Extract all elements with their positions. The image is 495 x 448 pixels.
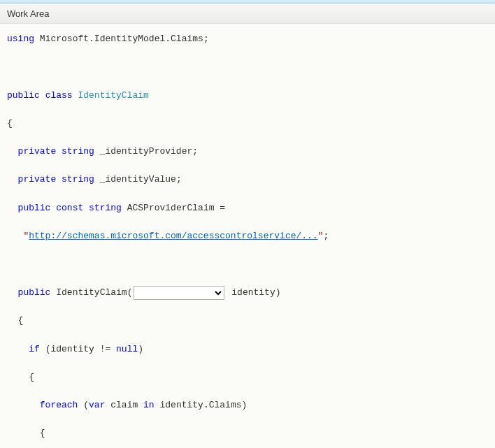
keyword-class: class — [45, 90, 73, 101]
code-editor[interactable]: using Microsoft.IdentityModel.Claims; pu… — [0, 24, 495, 448]
code-line: private string _identityProvider; — [7, 145, 488, 159]
url-link[interactable]: http://schemas.microsoft.com/accesscontr… — [29, 231, 317, 241]
keyword-public: public — [7, 90, 40, 101]
code-line: private string _identityValue; — [7, 173, 488, 187]
param-type-dropdown[interactable] — [134, 286, 224, 300]
code-line: { — [7, 370, 488, 384]
class-name: IdentityClaim — [78, 90, 148, 101]
namespace: Microsoft.IdentityModel.Claims — [40, 34, 203, 44]
code-line: public class IdentityClaim — [7, 89, 488, 103]
panel-title: Work Area — [7, 8, 49, 19]
code-line: { — [7, 117, 488, 131]
code-line: foreach (var claim in identity.Claims) — [7, 398, 488, 412]
code-line: using Microsoft.IdentityModel.Claims; — [7, 32, 488, 46]
code-line — [7, 257, 488, 271]
code-line: { — [7, 314, 488, 328]
panel-header: Work Area — [0, 4, 495, 24]
code-line: { — [7, 426, 488, 440]
code-line: public IdentityClaim( identity) — [7, 286, 488, 301]
code-line: "http://schemas.microsoft.com/accesscont… — [7, 229, 488, 243]
code-line: if (identity != null) — [7, 342, 488, 356]
code-line — [7, 60, 488, 74]
code-line: public const string ACSProviderClaim = — [7, 201, 488, 215]
keyword-using: using — [7, 34, 34, 44]
